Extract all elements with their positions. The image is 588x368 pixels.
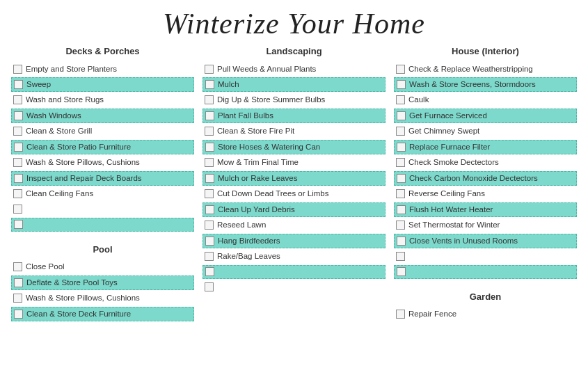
task-item[interactable]	[11, 218, 194, 232]
checkbox[interactable]	[13, 95, 22, 104]
page-container: Winterize Your Home Decks & Porches Empt…	[0, 0, 588, 323]
checkbox[interactable]	[13, 158, 22, 167]
checkbox[interactable]	[205, 252, 214, 261]
checkbox[interactable]	[397, 174, 406, 183]
checkbox[interactable]	[13, 262, 22, 271]
checkbox[interactable]	[396, 310, 405, 319]
checkbox[interactable]	[14, 143, 23, 152]
checkbox[interactable]	[205, 174, 214, 183]
task-item[interactable]: Wash & Store Pillows, Cushions	[11, 291, 194, 305]
checkbox[interactable]	[205, 221, 214, 230]
task-item[interactable]	[202, 280, 386, 294]
task-item[interactable]: Mulch or Rake Leaves	[202, 171, 386, 186]
task-label: Clean Ceiling Fans	[26, 189, 93, 199]
task-label: Hang Birdfeeders	[218, 236, 280, 246]
checkbox[interactable]	[13, 65, 22, 74]
task-item[interactable]: Deflate & Store Pool Toys	[11, 275, 194, 290]
checkbox[interactable]	[205, 205, 214, 214]
task-item[interactable]: Clean & Store Deck Furniture	[11, 307, 194, 321]
task-item[interactable]: Clean Up Yard Debris	[202, 202, 386, 217]
task-label: Rake/Bag Leaves	[217, 251, 280, 262]
task-item[interactable]: Hang Birdfeeders	[202, 234, 386, 248]
checkbox[interactable]	[14, 278, 23, 287]
checkbox[interactable]	[13, 294, 22, 303]
checkbox[interactable]	[396, 189, 405, 198]
checkbox[interactable]	[396, 127, 405, 136]
checkbox[interactable]	[397, 205, 406, 214]
task-item[interactable]	[394, 265, 577, 279]
task-item[interactable]: Flush Hot Water Heater	[394, 202, 577, 217]
checkbox[interactable]	[14, 310, 23, 319]
task-item[interactable]: Get Chimney Swept	[394, 125, 577, 138]
task-item[interactable]: Clean & Store Patio Furniture	[11, 140, 194, 154]
task-item[interactable]: Cut Down Dead Trees or Limbs	[202, 187, 386, 201]
task-item[interactable]: Wash & Store Screens, Stormdoors	[394, 77, 577, 92]
task-item[interactable]: Check Smoke Dectectors	[394, 156, 577, 170]
checkbox[interactable]	[13, 205, 22, 214]
checkbox[interactable]	[396, 221, 405, 230]
checkbox[interactable]	[14, 111, 23, 120]
checkbox[interactable]	[13, 189, 22, 198]
task-item[interactable]: Store Hoses & Watering Can	[202, 140, 386, 154]
checkbox[interactable]	[13, 127, 22, 136]
task-label: Wash & Store Pillows, Cushions	[26, 293, 140, 303]
checkbox[interactable]	[205, 237, 214, 246]
checkbox[interactable]	[397, 111, 406, 120]
task-label: Wash and Store Rugs	[26, 95, 104, 105]
checkbox[interactable]	[205, 143, 214, 152]
task-item[interactable]: Replace Furnace Filter	[394, 140, 577, 154]
checkbox[interactable]	[397, 267, 406, 276]
task-item[interactable]: Wash Windows	[11, 109, 194, 123]
checkbox[interactable]	[396, 95, 405, 104]
checkbox[interactable]	[14, 220, 23, 229]
task-item[interactable]: Get Furnace Serviced	[394, 109, 577, 123]
checkbox[interactable]	[205, 158, 214, 167]
task-item[interactable]: Wash and Store Rugs	[11, 93, 194, 107]
checkbox[interactable]	[397, 237, 406, 246]
checkbox[interactable]	[205, 65, 214, 74]
task-item[interactable]	[394, 250, 577, 264]
checkbox[interactable]	[205, 80, 214, 89]
checkbox[interactable]	[397, 80, 406, 89]
task-item[interactable]: Check & Replace Weatherstripping	[394, 62, 577, 76]
task-item[interactable]: Inspect and Repair Deck Boards	[11, 171, 194, 186]
checkbox[interactable]	[205, 282, 214, 291]
task-item[interactable]: Repair Fence	[394, 307, 577, 321]
task-item[interactable]: Empty and Store Planters	[11, 62, 194, 76]
task-item[interactable]: Sweep	[11, 77, 194, 92]
checkbox[interactable]	[205, 267, 214, 276]
task-item[interactable]: Rake/Bag Leaves	[202, 250, 386, 264]
checkbox[interactable]	[397, 143, 406, 152]
task-item[interactable]: Plant Fall Bulbs	[202, 109, 386, 123]
task-label: Check & Replace Weatherstripping	[408, 64, 533, 74]
checkbox[interactable]	[396, 252, 405, 261]
checkbox[interactable]	[14, 174, 23, 183]
task-item[interactable]: Set Thermostat for Winter	[394, 218, 577, 232]
task-item[interactable]: Caulk	[394, 93, 577, 107]
task-item[interactable]: Wash & Store Pillows, Cushions	[11, 156, 194, 170]
checkbox[interactable]	[396, 158, 405, 167]
task-item[interactable]: Clean & Store Fire Pit	[202, 125, 386, 138]
task-item[interactable]: Mulch	[202, 77, 386, 92]
task-item[interactable]: Reseed Lawn	[202, 218, 386, 232]
task-item[interactable]: Close Vents in Unused Rooms	[394, 234, 577, 248]
checkbox[interactable]	[14, 80, 23, 89]
checkbox[interactable]	[396, 65, 405, 74]
task-item[interactable]: Clean & Store Grill	[11, 125, 194, 138]
task-item[interactable]: Pull Weeds & Annual Plants	[202, 62, 386, 76]
task-item[interactable]: Dig Up & Store Summer Bulbs	[202, 93, 386, 107]
task-label: Wash Windows	[26, 111, 81, 121]
task-item[interactable]	[11, 202, 194, 216]
task-item[interactable]: Check Carbon Monoxide Dectectors	[394, 171, 577, 186]
checkbox[interactable]	[205, 95, 214, 104]
task-item[interactable]: Close Pool	[11, 260, 194, 274]
task-item[interactable]	[202, 265, 386, 279]
checkbox[interactable]	[205, 189, 214, 198]
task-label: Get Furnace Serviced	[409, 111, 487, 121]
task-item[interactable]: Reverse Ceiling Fans	[394, 187, 577, 201]
checkbox[interactable]	[205, 111, 214, 120]
house-list: Check & Replace WeatherstrippingWash & S…	[394, 62, 577, 279]
task-item[interactable]: Mow & Trim Final Time	[202, 156, 386, 170]
task-item[interactable]: Clean Ceiling Fans	[11, 187, 194, 201]
checkbox[interactable]	[205, 127, 214, 136]
